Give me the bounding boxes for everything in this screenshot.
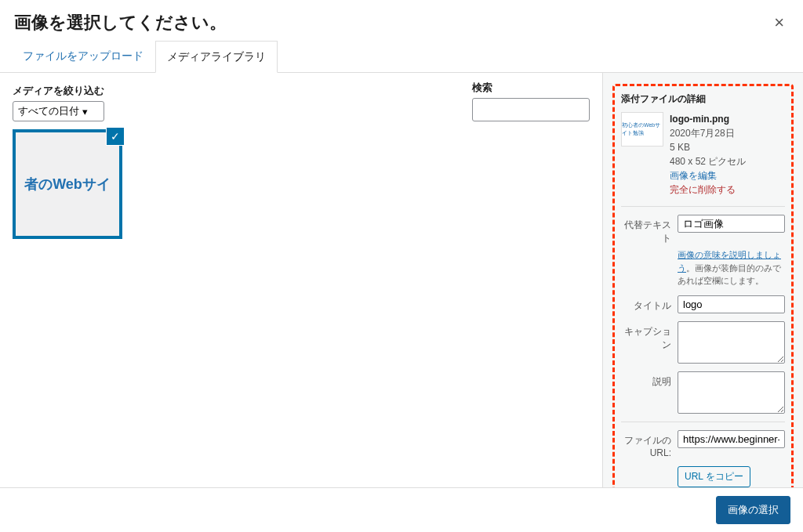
alt-help-text: 画像の意味を説明しましょう。画像が装飾目的のみであれば空欄にします。 [678, 248, 785, 288]
alt-text-label: 代替テキスト [621, 215, 671, 245]
file-size: 5 KB [670, 140, 746, 154]
tabs: ファイルをアップロード メディアライブラリ [0, 41, 803, 73]
tab-library[interactable]: メディアライブラリ [155, 41, 278, 73]
caption-label: キャプション [621, 321, 671, 352]
close-button[interactable]: × [769, 13, 789, 33]
chevron-down-icon: ▾ [82, 106, 88, 118]
details-sidebar: 添付ファイルの詳細 初心者のWebサイト勉強 logo-min.png 2020… [602, 73, 803, 487]
select-image-button[interactable]: 画像の選択 [716, 496, 790, 524]
modal-title: 画像を選択してください。 [14, 11, 227, 34]
filters-bar: メディアを絞り込む すべての日付 ▾ 検索 [13, 81, 590, 121]
tab-upload[interactable]: ファイルをアップロード [11, 41, 155, 72]
thumbnail-grid: 者のWebサイ ✓ [13, 129, 590, 239]
url-label: ファイルの URL: [621, 430, 671, 458]
alt-help-suffix: 。画像が装飾目的のみであれば空欄にします。 [678, 263, 781, 286]
delete-link[interactable]: 完全に削除する [670, 183, 746, 197]
meta-thumb-text: 初心者のWebサイト勉強 [622, 121, 663, 137]
date-filter-value: すべての日付 [18, 104, 79, 118]
modal-header: 画像を選択してください。 × [0, 0, 803, 41]
search-label: 検索 [472, 81, 590, 95]
url-input[interactable] [678, 430, 785, 448]
title-label: タイトル [621, 295, 671, 313]
alt-text-row: 代替テキスト [621, 215, 785, 245]
copy-url-button[interactable]: URL をコピー [678, 466, 750, 487]
content-area: メディアを絞り込む すべての日付 ▾ 検索 者のWebサイ ✓ [0, 73, 602, 487]
modal-footer: 画像の選択 [0, 487, 803, 532]
media-thumbnail[interactable]: 者のWebサイ ✓ [13, 129, 122, 239]
divider [621, 422, 785, 422]
thumbnail-preview-text: 者のWebサイ [24, 175, 111, 194]
date-filter-dropdown[interactable]: すべての日付 ▾ [13, 101, 104, 121]
description-label: 説明 [621, 371, 671, 389]
file-meta-thumbnail: 初心者のWebサイト勉強 [621, 112, 663, 147]
divider [621, 206, 785, 207]
highlight-annotation: 添付ファイルの詳細 初心者のWebサイト勉強 logo-min.png 2020… [612, 84, 794, 487]
file-name: logo-min.png [670, 112, 746, 126]
edit-image-link[interactable]: 画像を編集 [670, 168, 746, 183]
file-meta: 初心者のWebサイト勉強 logo-min.png 2020年7月28日 5 K… [621, 112, 785, 197]
caption-input[interactable] [678, 321, 785, 364]
file-date: 2020年7月28日 [670, 126, 746, 140]
description-row: 説明 [621, 371, 785, 414]
copy-url-row: URL をコピー [678, 466, 785, 487]
title-row: タイトル [621, 295, 785, 313]
details-title: 添付ファイルの詳細 [621, 92, 785, 106]
file-dimensions: 480 x 52 ピクセル [670, 154, 746, 168]
alt-text-input[interactable] [678, 215, 785, 233]
caption-row: キャプション [621, 321, 785, 364]
media-modal: 画像を選択してください。 × ファイルをアップロード メディアライブラリ メディ… [0, 0, 803, 532]
media-filter-label: メディアを絞り込む [13, 84, 104, 98]
media-filter-group: メディアを絞り込む すべての日付 ▾ [13, 84, 104, 121]
search-group: 検索 [472, 81, 590, 121]
search-input[interactable] [472, 98, 590, 121]
checkmark-icon[interactable]: ✓ [107, 128, 124, 145]
main-area: メディアを絞り込む すべての日付 ▾ 検索 者のWebサイ ✓ [0, 73, 803, 487]
file-meta-info: logo-min.png 2020年7月28日 5 KB 480 x 52 ピク… [670, 112, 746, 197]
title-input[interactable] [678, 295, 785, 313]
url-row: ファイルの URL: [621, 430, 785, 458]
description-input[interactable] [678, 371, 785, 414]
